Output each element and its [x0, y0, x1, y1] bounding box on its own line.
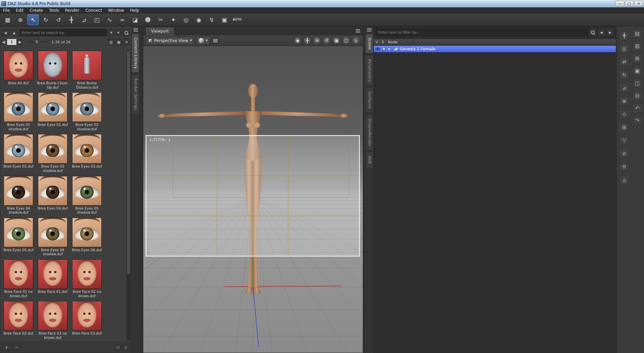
library-item-thumbnail[interactable] — [38, 134, 67, 164]
library-option-icon-1[interactable]: ▭ — [114, 344, 121, 351]
library-item-thumbnail[interactable] — [72, 51, 102, 80]
library-item-thumbnail[interactable] — [72, 92, 102, 122]
menu-item[interactable]: Connect — [83, 7, 105, 13]
pan-icon[interactable]: ╋ — [303, 37, 311, 45]
menu-item[interactable]: File — [0, 7, 13, 13]
node-column-header[interactable]: Node — [386, 39, 616, 45]
search-history-dropdown-icon[interactable]: ▼ — [108, 29, 114, 36]
auto-fit-icon[interactable]: AUTO — [232, 14, 243, 25]
library-item-thumbnail[interactable] — [72, 176, 102, 206]
library-item-thumbnail[interactable] — [38, 218, 67, 247]
add-item-button[interactable]: + — [2, 344, 11, 351]
page-number-field[interactable]: 1 — [7, 39, 17, 45]
library-item[interactable]: Bree Face 01.duf — [36, 259, 69, 298]
back-icon[interactable]: ◀ — [2, 29, 9, 36]
library-item[interactable]: Bree Eyes 03 shadow.duf — [36, 134, 69, 173]
render-icon[interactable]: ↯ — [206, 14, 217, 25]
figure-setup-icon[interactable]: ☻ — [142, 14, 153, 25]
visibility-column-header[interactable]: V — [374, 39, 380, 45]
active-pose-tool-icon[interactable]: ◰ — [91, 14, 102, 25]
library-item-thumbnail[interactable] — [4, 301, 33, 330]
library-item[interactable]: Bree Bump Distance.duf — [70, 51, 104, 89]
library-item-thumbnail[interactable] — [4, 134, 33, 164]
right-panel-tab[interactable]: Scene — [366, 34, 373, 53]
thumb-view-icon[interactable]: ▥ — [108, 39, 114, 45]
search-input[interactable] — [19, 29, 107, 36]
viewport-canvas[interactable]: 1.77778 : 1 — [143, 46, 363, 353]
library-item[interactable]: Bree Eyes 06 shadow.duf — [36, 218, 69, 256]
library-item-thumbnail[interactable] — [4, 51, 33, 80]
menu-item[interactable]: Help — [127, 7, 142, 13]
library-item-thumbnail[interactable] — [4, 92, 33, 122]
library-item[interactable]: Bree Eyes 02 shadow.duf — [70, 92, 104, 131]
right-panel-tab[interactable]: Parameters — [366, 56, 373, 85]
remove-item-button[interactable]: − — [12, 344, 21, 351]
geometry-editor-tool-icon[interactable]: ≈ — [117, 14, 128, 25]
view-cube-icon[interactable]: ⌂ — [352, 37, 360, 45]
expand-node-icon[interactable]: ▶ — [388, 47, 392, 50]
scissors-tool-icon[interactable]: ✂ — [155, 14, 166, 25]
library-item[interactable]: Bree All.duf — [2, 51, 35, 89]
camera-icon[interactable]: ◉ — [193, 14, 204, 25]
new-file-icon[interactable]: ▤ — [632, 29, 642, 38]
camera-cycle-icon[interactable]: ◉ — [294, 37, 302, 45]
visibility-eye-icon[interactable] — [375, 47, 380, 51]
library-item[interactable]: Bree Face 03 no brows.duf — [36, 301, 69, 340]
dot-grid-icon[interactable]: ▦ — [2, 14, 13, 25]
scale-tool-icon[interactable]: ⊿ — [79, 14, 90, 25]
redo-icon[interactable]: ↷ — [632, 116, 642, 125]
zoom-icon[interactable]: ⊕ — [313, 37, 321, 45]
right-panel-tab[interactable]: Surfaces — [366, 88, 373, 112]
aim-node-icon[interactable]: ◎ — [619, 44, 629, 53]
library-item-thumbnail[interactable] — [38, 259, 67, 289]
view-selector-dropdown-icon[interactable]: ▼ — [190, 39, 192, 42]
library-item[interactable]: Bree Eyes 06.duf — [70, 218, 104, 256]
draw-style-dropdown-icon[interactable]: ▼ — [206, 39, 208, 42]
library-item[interactable]: Bree Eyes 01.duf — [36, 92, 69, 131]
prev-page-icon[interactable]: ◀ — [2, 39, 5, 45]
library-item-thumbnail[interactable] — [38, 176, 67, 206]
library-item-thumbnail[interactable] — [4, 176, 33, 206]
library-item-thumbnail[interactable] — [72, 134, 102, 164]
orbit-tool-icon[interactable]: ↺ — [53, 14, 64, 25]
surface-selection-tool-icon[interactable]: ◪ — [130, 14, 141, 25]
panel-menu-icon[interactable] — [367, 28, 371, 32]
draw-style-selector[interactable]: ▼ — [196, 37, 210, 45]
right-panel-tab[interactable]: OctaneRender — [366, 115, 373, 150]
library-item[interactable]: Bree Eyes 02.duf — [2, 134, 35, 173]
merge-file-icon[interactable]: ⊞ — [632, 54, 642, 63]
library-item[interactable]: Bree Eyes 05.duf — [2, 218, 35, 256]
next-page-icon[interactable]: ▶ — [18, 39, 22, 45]
globe-icon[interactable]: ⊕ — [15, 14, 26, 25]
panel-menu-icon[interactable] — [134, 28, 138, 32]
menu-item[interactable]: Tools — [46, 7, 62, 13]
selectable-cursor-icon[interactable] — [382, 47, 387, 51]
library-item-thumbnail[interactable] — [72, 218, 102, 247]
drop-to-floor-icon[interactable]: ▽ — [619, 136, 629, 145]
menu-item[interactable]: Window — [105, 7, 127, 13]
remove-node-icon[interactable]: ⊖ — [619, 162, 629, 171]
grid-view-icon[interactable]: ▦ — [115, 39, 122, 45]
library-item[interactable]: Bree Face 02 no brows.duf — [70, 259, 104, 298]
orbit-icon[interactable]: ↺ — [323, 37, 331, 45]
viewport-options-icon[interactable] — [212, 37, 219, 44]
undo-icon[interactable]: ↶ — [632, 103, 642, 113]
library-scrollbar[interactable] — [127, 51, 131, 341]
library-item-thumbnail[interactable] — [38, 92, 67, 122]
menu-item[interactable]: Render — [62, 7, 83, 13]
joint-editor-tool-icon[interactable]: ✦ — [168, 14, 179, 25]
rotate-node-icon[interactable]: ↻ — [619, 70, 629, 80]
clear-node-icon[interactable]: ⊘ — [619, 149, 629, 158]
rotate-tool-icon[interactable]: ↻ — [40, 14, 51, 25]
viewport-tab[interactable]: Viewport — [146, 28, 174, 35]
maximize-button[interactable]: ▢ — [625, 1, 634, 6]
create-light-icon[interactable]: ◇ — [619, 109, 629, 119]
next-match-icon[interactable]: ▶ — [606, 29, 614, 36]
up-level-icon[interactable]: ▲ — [10, 29, 18, 36]
library-item-thumbnail[interactable] — [38, 301, 67, 330]
thumbnail-size-slider[interactable] — [28, 40, 47, 44]
library-item-thumbnail[interactable] — [4, 218, 33, 247]
library-item-thumbnail[interactable] — [72, 301, 102, 330]
create-camera-icon[interactable]: ⊕ — [619, 96, 629, 106]
search-icon[interactable] — [122, 29, 130, 36]
